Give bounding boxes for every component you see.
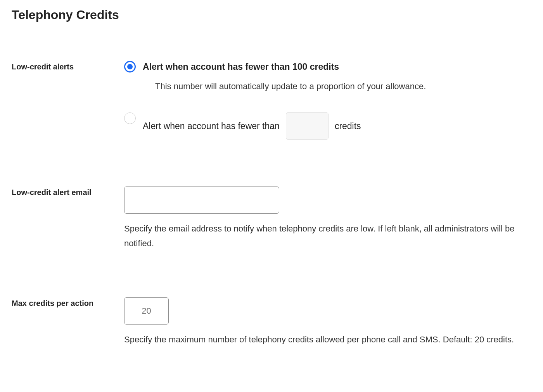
- max-credits-label: Max credits per action: [12, 297, 124, 308]
- alert-option-auto-radio[interactable]: [124, 61, 136, 73]
- alert-email-help: Specify the email address to notify when…: [124, 221, 531, 250]
- alert-option-auto-help: This number will automatically update to…: [143, 79, 531, 93]
- alert-option-custom-radio[interactable]: [124, 112, 136, 124]
- alert-email-content: Specify the email address to notify when…: [124, 187, 531, 250]
- alert-email-label: Low-credit alert email: [12, 187, 124, 197]
- low-credit-alerts-content: Alert when account has fewer than 100 cr…: [124, 61, 531, 140]
- alert-option-auto[interactable]: Alert when account has fewer than 100 cr…: [124, 61, 531, 93]
- page-title: Telephony Credits: [12, 8, 531, 22]
- alert-option-custom[interactable]: Alert when account has fewer than credit…: [124, 112, 531, 140]
- low-credit-alerts-row: Low-credit alerts Alert when account has…: [12, 61, 531, 163]
- max-credits-row: Max credits per action Specify the maxim…: [12, 297, 531, 370]
- alert-option-custom-suffix: credits: [335, 120, 361, 132]
- low-credit-alerts-label: Low-credit alerts: [12, 61, 124, 71]
- max-credits-help: Specify the maximum number of telephony …: [124, 332, 531, 347]
- max-credits-input[interactable]: [124, 297, 169, 325]
- alert-custom-credits-input[interactable]: [286, 112, 329, 140]
- alert-option-auto-label: Alert when account has fewer than 100 cr…: [143, 61, 531, 73]
- alert-option-custom-label: Alert when account has fewer than credit…: [143, 112, 531, 140]
- max-credits-content: Specify the maximum number of telephony …: [124, 297, 531, 347]
- alert-option-custom-prefix: Alert when account has fewer than: [143, 120, 280, 132]
- alert-email-row: Low-credit alert email Specify the email…: [12, 187, 531, 274]
- alert-email-input[interactable]: [124, 187, 279, 214]
